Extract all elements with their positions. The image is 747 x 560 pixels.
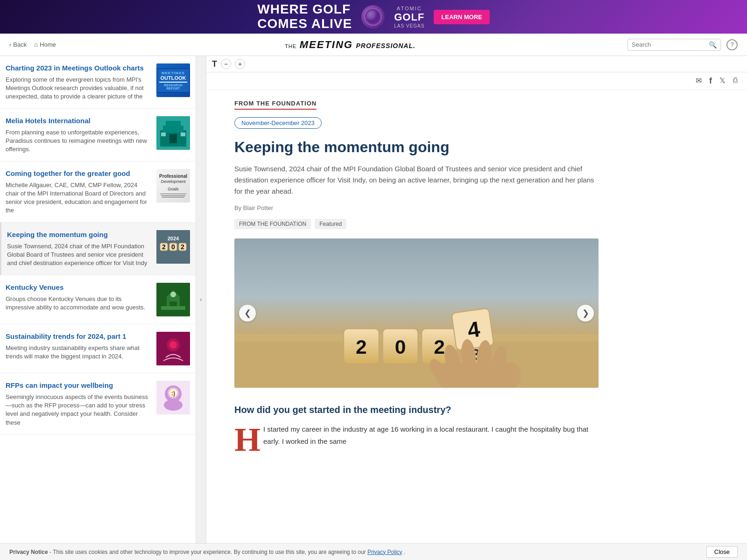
svg-point-1 (366, 10, 380, 23)
svg-text:2024: 2024 (168, 236, 179, 241)
svg-text:0: 0 (395, 336, 406, 358)
article-7-thumb: :) (156, 381, 190, 414)
article-6-title[interactable]: Sustainability trends for 2024, part 1 (6, 332, 151, 341)
svg-point-23 (169, 341, 177, 349)
font-size-button[interactable]: T (212, 59, 217, 69)
main-layout: Charting 2023 in Meetings Outlook charts… (0, 56, 747, 543)
email-share-button[interactable]: ✉ (696, 76, 702, 86)
article-1-thumb: MEETINGS OUTLOOK RESEARCH REPORT (156, 63, 190, 97)
banner-line1: WHERE GOLF (257, 2, 351, 16)
svg-rect-5 (166, 121, 181, 126)
svg-point-19 (170, 292, 176, 297)
article-1-desc: Exploring some of the evergreen topics f… (6, 76, 151, 101)
article-7-text: RFPs can impact your wellbeing Seemingly… (6, 381, 151, 427)
zoom-out-button[interactable]: − (221, 59, 231, 69)
section-label: FROM THE FOUNDATION (234, 100, 317, 110)
article-body-text: How did you get started in the meeting i… (234, 402, 599, 447)
home-label: Home (40, 41, 56, 48)
svg-text:2: 2 (434, 336, 445, 358)
golf-ball-icon (361, 5, 385, 28)
article-5-title[interactable]: Kentucky Venues (6, 283, 151, 292)
article-4-title[interactable]: Keeping the momentum going (7, 230, 151, 239)
sidebar-collapse-toggle[interactable]: ‹ (196, 56, 206, 543)
tag-featured[interactable]: Featured (315, 219, 346, 229)
back-label: Back (13, 41, 27, 48)
facebook-share-button[interactable]: f (709, 76, 712, 86)
search-icon: 🔍 (709, 41, 717, 49)
article-2-thumb (156, 116, 190, 150)
svg-text:2: 2 (181, 243, 184, 251)
article-4-text: Keeping the momentum going Susie Townsen… (7, 230, 151, 267)
issue-badge[interactable]: November-December 2023 (234, 117, 322, 129)
banner-headline: WHERE GOLF COMES ALIVE (257, 2, 352, 31)
article-4-thumb: 2 0 2 2024 (156, 230, 190, 264)
logo-the: THE (285, 43, 296, 49)
article-1-title[interactable]: Charting 2023 in Meetings Outlook charts (6, 63, 151, 73)
sidebar-article-5[interactable]: Kentucky Venues Groups choose Kentucky V… (0, 275, 196, 324)
article-share-bar: ✉ f 𝕏 ⎙ (206, 72, 747, 90)
question-heading: How did you get started in the meeting i… (234, 402, 599, 418)
svg-rect-8 (181, 133, 185, 136)
home-link[interactable]: ⌂ Home (34, 41, 56, 48)
help-button[interactable]: ? (726, 39, 738, 50)
article-2-desc: From planning ease to unforgettable expe… (6, 128, 151, 154)
sidebar-article-6[interactable]: Sustainability trends for 2024, part 1 M… (0, 324, 196, 373)
svg-rect-6 (169, 134, 177, 143)
article-3-title[interactable]: Coming together for the greater good (6, 169, 151, 178)
article-content: FROM THE FOUNDATION November-December 20… (206, 90, 627, 475)
sidebar-article-4[interactable]: Keeping the momentum going Susie Townsen… (0, 223, 196, 275)
svg-text:0: 0 (171, 243, 175, 251)
article-2-text: Melia Hotels International From planning… (6, 116, 151, 154)
chevron-left-icon: ‹ (200, 296, 202, 303)
article-7-title[interactable]: RFPs can impact your wellbeing (6, 381, 151, 390)
print-button[interactable]: ⎙ (733, 76, 738, 86)
article-reading-area: T − + ✉ f 𝕏 ⎙ FROM THE FOUNDATION Novemb… (206, 56, 747, 543)
next-article-button[interactable]: ❯ (577, 305, 594, 322)
svg-text:2: 2 (162, 243, 166, 251)
article-hero-image: 2 0 2 3 4 (234, 238, 599, 388)
sidebar-article-1[interactable]: Charting 2023 in Meetings Outlook charts… (0, 56, 196, 109)
sidebar-article-2[interactable]: Melia Hotels International From planning… (0, 109, 196, 161)
article-5-thumb (156, 283, 190, 316)
article-subtitle: Susie Townsend, 2024 chair of the MPI Fo… (234, 163, 599, 197)
back-chevron-icon: ‹ (9, 41, 11, 48)
back-link[interactable]: ‹ Back (9, 41, 27, 48)
hero-svg: 2 0 2 3 4 (234, 238, 599, 388)
article-4-desc: Susie Townsend, 2024 chair of the MPI Fo… (7, 242, 151, 268)
svg-rect-20 (161, 306, 185, 310)
atomic-golf-logo: ATOMIC GOLF LAS VEGAS (394, 6, 424, 28)
body-para: I started my career in the industry at a… (263, 425, 588, 445)
reading-toolbar: T − + (206, 56, 747, 72)
svg-text:2: 2 (356, 336, 367, 358)
article-2-title[interactable]: Melia Hotels International (6, 116, 151, 126)
article-title: Keeping the momentum going (234, 138, 599, 156)
sidebar-article-7[interactable]: RFPs can impact your wellbeing Seemingly… (0, 373, 196, 434)
article-6-thumb (156, 332, 190, 365)
article-sidebar: Charting 2023 in Meetings Outlook charts… (0, 56, 196, 543)
drop-cap: H (234, 427, 261, 452)
sidebar-article-3[interactable]: Coming together for the greater good Mic… (0, 161, 196, 223)
home-icon: ⌂ (34, 41, 38, 48)
article-1-text: Charting 2023 in Meetings Outlook charts… (6, 63, 151, 101)
article-3-thumb: Professional Development Goals (156, 169, 190, 203)
logo-main: MEETING (300, 39, 353, 50)
article-6-text: Sustainability trends for 2024, part 1 M… (6, 332, 151, 361)
navigation-bar: ‹ Back ⌂ Home THE MEETING PROFESSIONAL. … (0, 34, 747, 56)
nav-right: 🔍 ? (598, 39, 738, 51)
article-byline: By Blair Potter (234, 204, 599, 211)
ad-banner: WHERE GOLF COMES ALIVE ATOMIC GOLF LAS V… (0, 0, 747, 34)
prev-article-button[interactable]: ❮ (239, 305, 256, 322)
twitter-share-button[interactable]: 𝕏 (719, 76, 726, 86)
tag-from-foundation[interactable]: FROM THE FOUNDATION (234, 219, 311, 229)
search-input[interactable] (632, 41, 709, 48)
article-6-desc: Meeting industry sustainability experts … (6, 344, 151, 361)
svg-point-27 (164, 399, 183, 411)
search-box[interactable]: 🔍 (627, 39, 721, 51)
banner-cta-button[interactable]: LEARN MORE (434, 10, 489, 24)
svg-rect-7 (161, 133, 166, 136)
zoom-in-button[interactable]: + (235, 59, 245, 69)
article-7-desc: Seemingly innocuous aspects of the event… (6, 393, 151, 427)
article-5-text: Kentucky Venues Groups choose Kentucky V… (6, 283, 151, 312)
nav-left: ‹ Back ⌂ Home (9, 41, 103, 48)
banner-line2: COMES ALIVE (257, 16, 352, 31)
